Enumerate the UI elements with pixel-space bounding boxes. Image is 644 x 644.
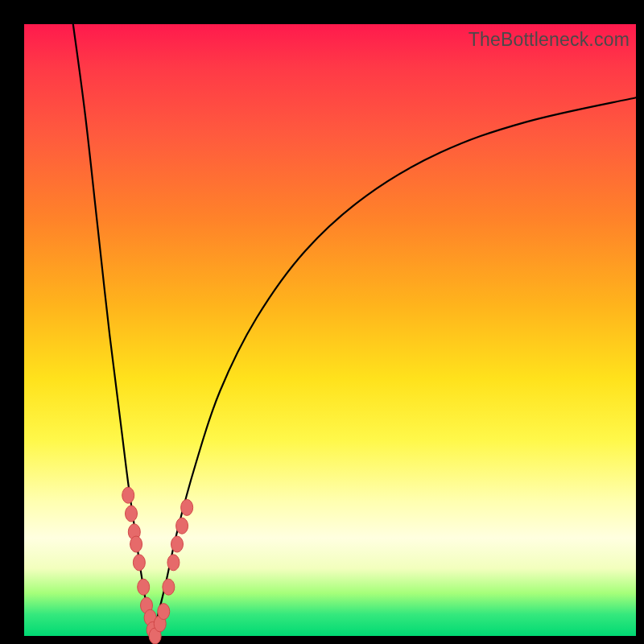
bead-marker [176,518,188,534]
bead-marker [133,555,145,571]
bead-marker [181,499,193,515]
bead-marker [122,487,134,503]
curve-svg [24,24,636,636]
bead-marker [126,506,138,522]
bead-marker [167,555,180,571]
bead-marker [171,536,184,552]
bead-marker [138,579,150,595]
bead-marker [158,604,170,620]
curve-right-branch [153,97,636,636]
plot-area: TheBottleneck.com [24,24,636,636]
bead-group [122,487,193,644]
outer-frame: TheBottleneck.com [0,0,644,644]
bead-marker [130,536,142,552]
bead-marker [163,579,175,595]
